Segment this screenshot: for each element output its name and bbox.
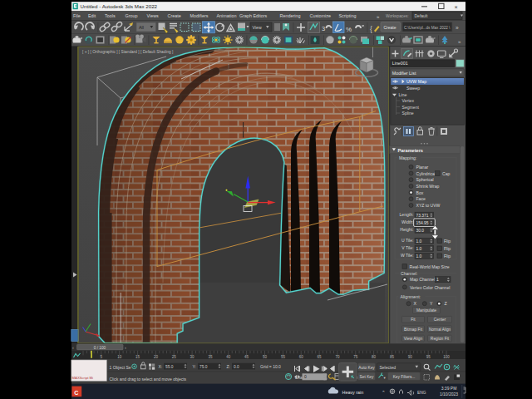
svg-text:80: 80 [372, 355, 377, 359]
svg-text:All: All [139, 25, 144, 30]
svg-text:Shrink Wrap: Shrink Wrap [416, 184, 440, 189]
svg-text:Workspaces:: Workspaces: [386, 14, 409, 18]
svg-text:1 Object Se: 1 Object Se [110, 365, 131, 370]
svg-text:Mapping:: Mapping: [399, 155, 416, 160]
svg-text:Tools: Tools [105, 13, 116, 18]
svg-text:75.0: 75.0 [200, 365, 208, 369]
svg-text:View Align: View Align [404, 337, 423, 341]
svg-text:[ + ] [ Orthographic ] [ Stand: [ + ] [ Orthographic ] [ Standard ] [ De… [82, 50, 173, 54]
svg-text:Create: Create [168, 13, 181, 18]
svg-text:25: 25 [172, 355, 177, 359]
svg-text:ENG: ENG [417, 391, 426, 395]
svg-text:Modifiers: Modifiers [190, 13, 209, 18]
svg-text:View: View [253, 25, 262, 30]
svg-text:Box: Box [416, 190, 424, 195]
svg-text:X:: X: [159, 364, 163, 369]
svg-text:Width:: Width: [401, 219, 413, 224]
svg-text:%: % [346, 26, 352, 33]
svg-text:×: × [455, 3, 458, 11]
svg-text:1/10/2023: 1/10/2023 [440, 392, 458, 397]
svg-text:Cap: Cap [442, 171, 451, 176]
svg-text:60: 60 [299, 355, 304, 359]
svg-text:Click and drag to select and m: Click and drag to select and move object… [110, 377, 187, 382]
svg-text:Auto Key: Auto Key [358, 366, 375, 370]
svg-text:Spherical: Spherical [416, 177, 434, 182]
svg-text:XYZ to UVW: XYZ to UVW [416, 203, 441, 208]
svg-text:›: › [125, 345, 126, 350]
svg-text:»: » [456, 25, 459, 31]
svg-text:Length:: Length: [400, 212, 414, 217]
svg-text:Modifier List: Modifier List [392, 71, 416, 76]
svg-text:Face: Face [416, 196, 426, 201]
svg-text:Untitled - Autodesk 3ds Max 20: Untitled - Autodesk 3ds Max 2022 [81, 3, 158, 9]
svg-text:Rendering: Rendering [280, 13, 301, 18]
svg-text:Line: Line [399, 92, 407, 97]
svg-text:Animation: Animation [217, 13, 237, 18]
svg-text:Alignment:: Alignment: [401, 294, 421, 299]
svg-text:15: 15 [135, 355, 140, 359]
svg-text:V Tile:: V Tile: [401, 245, 413, 250]
svg-text:3:39 PM: 3:39 PM [441, 386, 457, 391]
svg-text:1.0: 1.0 [416, 239, 422, 244]
svg-text:55.0: 55.0 [165, 365, 174, 369]
svg-text:Bitmap Fit: Bitmap Fit [404, 328, 423, 332]
svg-text:File: File [73, 13, 81, 18]
svg-text:45: 45 [244, 355, 249, 359]
svg-text:Create: Create [384, 25, 397, 30]
svg-text:Grid = 10.0: Grid = 10.0 [260, 364, 281, 369]
svg-text:30.0: 30.0 [416, 229, 425, 233]
svg-text:Flip: Flip [444, 254, 451, 259]
svg-text:Vertex Color Channel: Vertex Color Channel [410, 285, 450, 290]
svg-text:Flip: Flip [444, 246, 451, 251]
svg-text:1.0: 1.0 [416, 247, 422, 251]
svg-text:65: 65 [318, 355, 323, 359]
svg-text:Selected: Selected [380, 365, 397, 370]
svg-text:Flip: Flip [444, 239, 451, 244]
svg-text:Spline: Spline [402, 111, 414, 116]
svg-text:C: C [74, 390, 78, 396]
svg-text:73.371: 73.371 [416, 214, 429, 218]
svg-text:40: 40 [226, 355, 231, 359]
svg-text:55: 55 [281, 355, 286, 359]
svg-text:30: 30 [190, 355, 195, 359]
svg-text:‹: ‹ [72, 345, 74, 350]
svg-text:Heavy rain: Heavy rain [342, 390, 364, 395]
svg-text:0: 0 [304, 374, 307, 379]
svg-text:Real-World Map Size: Real-World Map Size [410, 264, 450, 269]
svg-text:UVW Map: UVW Map [406, 79, 426, 84]
svg-text:{: { [370, 25, 372, 33]
svg-text:0.0: 0.0 [234, 365, 239, 369]
svg-text:154.95: 154.95 [416, 221, 429, 225]
svg-text:Sweep: Sweep [406, 86, 420, 91]
svg-text:Map Channel:: Map Channel: [410, 277, 436, 282]
svg-text:1: 1 [436, 278, 439, 282]
svg-text:Default: Default [415, 13, 428, 18]
svg-text:Vertex: Vertex [402, 98, 415, 103]
svg-text:Customize: Customize [310, 13, 331, 18]
svg-text:⌃: ⌃ [382, 390, 386, 395]
svg-text:100: 100 [443, 355, 450, 359]
svg-text:90: 90 [408, 355, 413, 359]
svg-text:Planar: Planar [416, 165, 429, 170]
svg-text:Channel:: Channel: [401, 271, 417, 276]
svg-text:Center: Center [434, 318, 446, 322]
svg-text:Region Fit: Region Fit [431, 337, 450, 341]
svg-text:W Tile:: W Tile: [401, 253, 414, 258]
svg-text:Fit: Fit [411, 318, 416, 322]
svg-text:C:\Users\pl...ds Max 2022 \: C:\Users\pl...ds Max 2022 \ [404, 26, 451, 30]
svg-text:Views: Views [147, 13, 160, 18]
svg-text:Key Filters...: Key Filters... [393, 375, 416, 379]
svg-text:Set Key: Set Key [360, 375, 374, 379]
svg-text:Scripting: Scripting [339, 13, 357, 18]
svg-text:MAXScript Mi: MAXScript Mi [72, 376, 93, 380]
svg-text:Cylindrical: Cylindrical [416, 171, 436, 176]
svg-text:20: 20 [154, 355, 159, 359]
svg-text:0 / 100: 0 / 100 [94, 346, 106, 350]
svg-text:Normal Align: Normal Align [429, 328, 451, 332]
svg-text:U Tile:: U Tile: [401, 238, 413, 243]
svg-text:85: 85 [390, 355, 395, 359]
svg-text:Graph Editors: Graph Editors [239, 13, 268, 18]
svg-text:50: 50 [263, 355, 268, 359]
svg-text:X: X [414, 301, 417, 306]
svg-text:Y: Y [430, 301, 433, 306]
